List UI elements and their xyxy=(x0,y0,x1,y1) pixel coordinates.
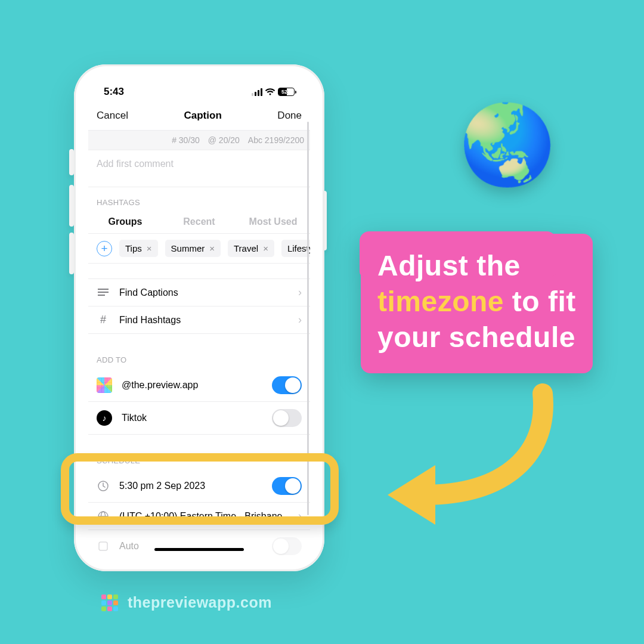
cellular-icon xyxy=(252,88,262,96)
callout-line2a: to fit xyxy=(504,286,576,317)
done-button[interactable]: Done xyxy=(277,110,302,122)
cancel-button[interactable]: Cancel xyxy=(97,110,128,122)
tiktok-toggle[interactable] xyxy=(272,409,302,427)
auto-icon xyxy=(97,540,110,552)
find-hashtags-label: Find Hashtags xyxy=(119,315,181,326)
battery-icon: 52 xyxy=(278,88,295,96)
remove-chip-icon[interactable]: × xyxy=(147,243,152,253)
first-comment-input[interactable]: Add first comment xyxy=(88,150,310,187)
account-handle: @the.preview.app xyxy=(122,380,198,391)
hashtag-icon: # xyxy=(97,314,110,326)
svg-rect-0 xyxy=(98,289,109,290)
tip-callout: Adjust the timezone to fit your schedule xyxy=(361,234,593,373)
hashtag-counter: # 30/30 xyxy=(172,135,200,145)
highlight-box xyxy=(61,453,339,525)
globe-emoji: 🌏 xyxy=(459,99,556,190)
account-label: Tiktok xyxy=(122,413,147,423)
remove-chip-icon[interactable]: × xyxy=(263,243,268,253)
status-bar: 5:43 52 xyxy=(88,79,310,105)
find-captions-row[interactable]: Find Captions › xyxy=(88,279,310,306)
phone-side-button xyxy=(69,149,74,175)
chevron-right-icon: › xyxy=(298,314,302,326)
brand-footer: thepreviewapp.com xyxy=(101,594,272,611)
tiktok-icon: ♪ xyxy=(97,410,112,426)
section-hashtags: HASHTAGS xyxy=(88,187,310,212)
brand-url: thepreviewapp.com xyxy=(128,594,272,611)
svg-rect-1 xyxy=(98,292,109,293)
account-preview-row[interactable]: @the.preview.app xyxy=(88,369,310,402)
section-addto: ADD TO xyxy=(88,345,310,369)
tab-most-used[interactable]: Most Used xyxy=(236,212,310,233)
arrow-icon xyxy=(370,382,561,525)
brand-logo-icon xyxy=(101,595,118,611)
callout-line1: Adjust the xyxy=(377,250,521,281)
hashtag-chip[interactable]: Summer× xyxy=(165,240,221,257)
callout-highlight: timezone xyxy=(377,286,504,317)
auto-row[interactable]: Auto xyxy=(88,530,310,557)
phone-side-button xyxy=(69,233,74,274)
captions-icon xyxy=(97,289,110,297)
page-title: Caption xyxy=(184,110,222,122)
phone-side-button xyxy=(69,185,74,227)
home-indicator[interactable] xyxy=(154,548,244,551)
preview-app-icon xyxy=(97,377,112,393)
add-hashtag-button[interactable]: + xyxy=(97,241,112,256)
status-time: 5:43 xyxy=(104,86,124,98)
mention-counter: @ 20/20 xyxy=(208,135,240,145)
tab-recent[interactable]: Recent xyxy=(162,212,236,233)
find-hashtags-row[interactable]: # Find Hashtags › xyxy=(88,306,310,334)
hashtag-chip[interactable]: Travel× xyxy=(228,240,274,257)
char-counter: Abc 2199/2200 xyxy=(248,135,304,145)
svg-rect-2 xyxy=(98,295,105,296)
auto-label: Auto xyxy=(119,541,139,552)
hashtag-chip[interactable]: Tips× xyxy=(119,240,158,257)
callout-line3: your schedule xyxy=(377,321,575,353)
counter-bar: # 30/30 @ 20/20 Abc 2199/2200 xyxy=(88,130,310,150)
hashtag-chip-row: + Tips× Summer× Travel× Lifestyle xyxy=(88,234,310,264)
tab-groups[interactable]: Groups xyxy=(88,212,162,233)
wifi-icon xyxy=(265,88,275,96)
hashtag-chip[interactable]: Lifestyle xyxy=(281,240,310,257)
account-tiktok-row[interactable]: ♪ Tiktok xyxy=(88,402,310,435)
hashtag-tabs: Groups Recent Most Used xyxy=(88,212,310,234)
find-captions-label: Find Captions xyxy=(119,287,178,298)
nav-bar: Cancel Caption Done xyxy=(88,105,310,130)
remove-chip-icon[interactable]: × xyxy=(209,243,215,253)
auto-toggle[interactable] xyxy=(272,537,302,555)
svg-rect-7 xyxy=(99,542,107,550)
preview-toggle[interactable] xyxy=(272,376,302,394)
chevron-right-icon: › xyxy=(298,286,302,299)
